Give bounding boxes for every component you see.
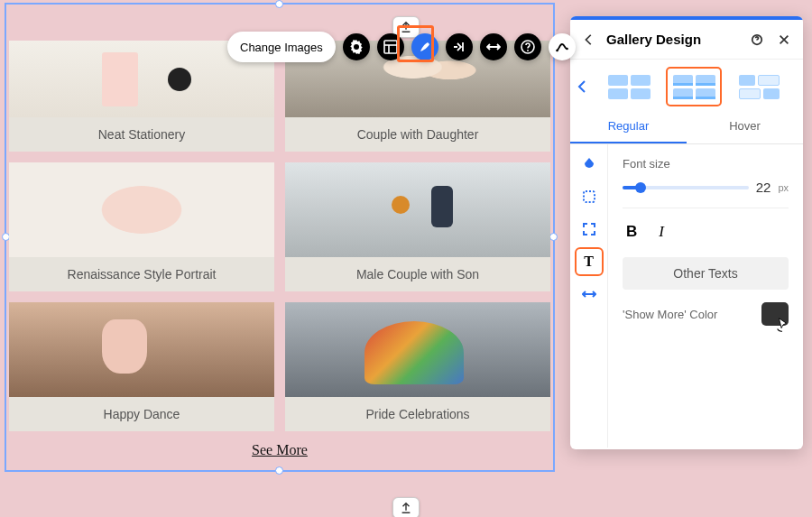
gallery-caption: Renaissance Style Portrait <box>9 257 274 291</box>
slider-knob[interactable] <box>635 182 646 193</box>
show-more-color-label: 'Show More' Color <box>623 308 717 321</box>
panel-help-icon[interactable] <box>747 30 767 50</box>
font-size-unit: px <box>778 182 789 193</box>
fill-tab-icon[interactable] <box>577 152 602 177</box>
svg-point-6 <box>566 48 568 51</box>
settings-icon[interactable] <box>343 33 370 60</box>
corners-tab-icon[interactable] <box>577 217 602 242</box>
font-size-value: 22 <box>756 180 771 195</box>
gallery-card[interactable]: Male Couple with Son <box>285 162 550 291</box>
panel-sidebar: T <box>570 144 608 448</box>
layout-prev-icon[interactable] <box>574 79 590 94</box>
resize-handle-right[interactable] <box>549 233 558 241</box>
animation-icon[interactable] <box>446 33 473 60</box>
change-images-button[interactable]: Change Images <box>227 32 336 62</box>
svg-rect-0 <box>384 41 397 53</box>
text-tab-icon[interactable]: T <box>577 249 602 274</box>
resize-handle-top[interactable] <box>275 0 283 8</box>
tab-regular[interactable]: Regular <box>570 110 687 143</box>
divider <box>623 208 789 208</box>
panel-content: Font size 22 px B I Other Texts 'Show Mo… <box>608 144 803 448</box>
panel-title: Gallery Design <box>606 32 740 47</box>
svg-rect-8 <box>584 191 595 202</box>
tab-hover[interactable]: Hover <box>687 110 803 143</box>
spacing-tab-icon[interactable] <box>577 282 602 307</box>
gallery-caption: Male Couple with Son <box>285 257 550 291</box>
see-more-label: See More <box>252 442 308 457</box>
resize-handle-bottom[interactable] <box>275 466 283 475</box>
gallery-caption: Couple with Daughter <box>285 117 550 152</box>
border-tab-icon[interactable] <box>577 184 602 209</box>
gallery-card[interactable]: Renaissance Style Portrait <box>9 162 274 291</box>
layout-picker <box>570 60 803 110</box>
cursor-icon <box>774 317 790 333</box>
gallery-caption: Happy Dance <box>9 397 274 431</box>
other-texts-section[interactable]: Other Texts <box>623 257 789 290</box>
gallery-card[interactable]: Pride Celebrations <box>285 302 550 431</box>
bold-toggle[interactable]: B <box>626 223 637 241</box>
gallery-card[interactable]: Happy Dance <box>9 302 274 431</box>
anchor-bottom-button[interactable] <box>392 497 420 517</box>
gallery-caption: Pride Celebrations <box>285 397 550 431</box>
layout-option-3[interactable] <box>733 69 785 105</box>
help-icon[interactable] <box>514 33 541 60</box>
layout-option-2[interactable] <box>668 69 720 105</box>
font-size-label: Font size <box>623 157 789 171</box>
gallery-image <box>285 302 550 397</box>
gallery-grid: Neat Stationery Couple with Daughter Ren… <box>9 41 550 458</box>
element-toolbar: Change Images <box>227 31 576 63</box>
panel-header: Gallery Design <box>570 20 803 60</box>
gallery-selection[interactable]: Neat Stationery Couple with Daughter Ren… <box>5 3 555 472</box>
gallery-image <box>9 302 274 397</box>
svg-point-5 <box>556 50 558 52</box>
design-panel: Gallery Design Regular Hover T <box>570 16 803 449</box>
close-icon[interactable] <box>774 30 794 50</box>
layout-icon[interactable] <box>377 33 404 60</box>
back-icon[interactable] <box>579 30 599 50</box>
connect-icon[interactable] <box>549 33 576 60</box>
change-images-label: Change Images <box>240 41 323 54</box>
gallery-image <box>285 162 550 257</box>
state-tabs: Regular Hover <box>570 110 803 144</box>
gallery-caption: Neat Stationery <box>9 117 274 152</box>
design-icon[interactable] <box>411 33 438 60</box>
show-more-color-swatch[interactable] <box>761 302 789 326</box>
gallery-image <box>9 162 274 257</box>
font-size-slider[interactable] <box>623 186 749 189</box>
stretch-icon[interactable] <box>480 33 507 60</box>
see-more-link[interactable]: See More <box>9 442 550 458</box>
italic-toggle[interactable]: I <box>659 223 664 241</box>
layout-option-1[interactable] <box>603 69 655 105</box>
svg-point-4 <box>527 50 529 51</box>
